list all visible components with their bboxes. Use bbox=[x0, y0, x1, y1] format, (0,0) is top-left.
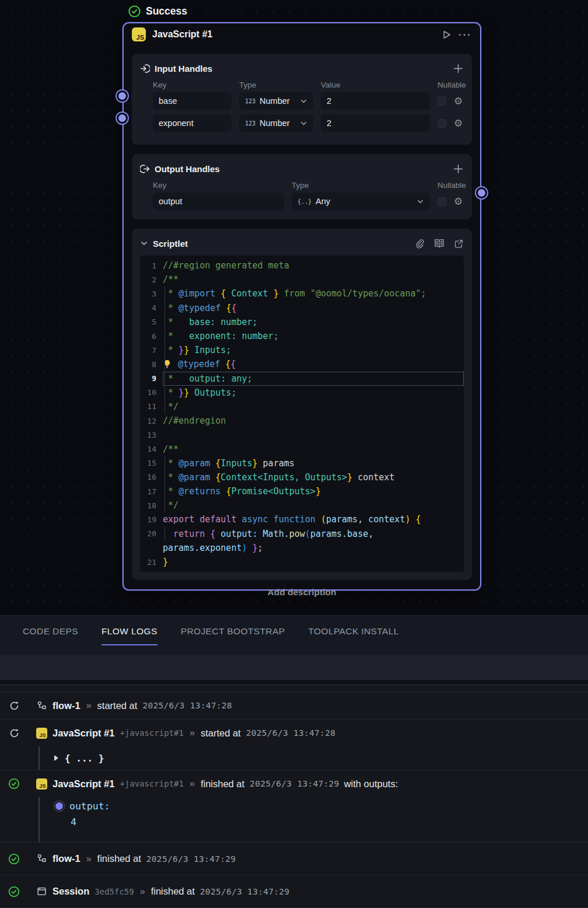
output-port-output[interactable] bbox=[478, 189, 485, 197]
log-title: JavaScript #1 bbox=[52, 778, 114, 790]
key-field[interactable]: output bbox=[153, 193, 284, 210]
log-title: flow-1 bbox=[52, 853, 80, 864]
add-output-handle-button[interactable] bbox=[453, 163, 464, 174]
type-select-value: Number bbox=[260, 118, 296, 128]
column-header: Key bbox=[153, 181, 284, 190]
type-select[interactable]: 123Number bbox=[239, 92, 313, 110]
input-handle-row: exponent123Number2⚙ bbox=[153, 114, 464, 132]
log-event: started at bbox=[201, 728, 241, 739]
log-separator: » bbox=[86, 700, 92, 711]
node-card-javascript-1[interactable]: JS JavaScript #1 ··· Input Handles bbox=[123, 22, 481, 591]
open-external-button[interactable] bbox=[454, 239, 464, 249]
line-number: 7 bbox=[140, 346, 156, 355]
column-header: Value bbox=[321, 81, 430, 89]
type-select[interactable]: {..}Any bbox=[292, 193, 430, 210]
line-number: 3 bbox=[140, 289, 156, 298]
line-number: 21 bbox=[140, 558, 156, 567]
open-docs-button[interactable] bbox=[434, 238, 444, 249]
javascript-node-icon: JS bbox=[36, 728, 47, 739]
output-handle-row: output{..}Any⚙ bbox=[153, 193, 464, 210]
input-handles-section: Input Handles KeyTypeValueNullable base1… bbox=[132, 54, 472, 145]
nullable-checkbox[interactable] bbox=[438, 197, 446, 206]
log-expandable[interactable]: { ... } bbox=[54, 746, 588, 770]
code-line: 10 * }} Outputs; bbox=[140, 386, 464, 400]
handle-settings-gear-icon[interactable]: ⚙ bbox=[454, 197, 463, 207]
code-editor[interactable]: 1//#region generated meta2/**3 * @import… bbox=[140, 256, 464, 572]
line-number: 1 bbox=[140, 261, 156, 270]
javascript-node-icon: JS bbox=[36, 778, 47, 790]
key-field[interactable]: exponent bbox=[153, 114, 232, 132]
value-field[interactable]: 2 bbox=[321, 92, 430, 110]
type-glyph-icon: {..} bbox=[298, 198, 312, 205]
log-row-main: JSJavaScript #1+javascript#1»started at2… bbox=[0, 720, 588, 746]
code-line: 8@typedef {{ bbox=[140, 357, 464, 371]
log-event: finished at bbox=[151, 886, 195, 897]
code-line: 4 * @typedef {{ bbox=[140, 301, 464, 315]
type-select[interactable]: 123Number bbox=[239, 114, 313, 132]
collapse-chevron-icon[interactable] bbox=[140, 239, 148, 247]
output-handles-section: Output Handles KeyTypeNullable output{..… bbox=[132, 154, 472, 219]
log-output-value-line: 4 bbox=[54, 815, 588, 830]
add-description-button[interactable]: Add description bbox=[123, 587, 481, 598]
log-row: JSJavaScript #1+javascript#1»finished at… bbox=[0, 770, 588, 843]
tab-flow-logs[interactable]: FLOW LOGS bbox=[102, 626, 158, 645]
log-separator: » bbox=[190, 778, 195, 789]
more-options-icon[interactable]: ··· bbox=[459, 30, 472, 40]
session-icon bbox=[36, 886, 47, 896]
input-port-exponent[interactable] bbox=[118, 114, 126, 122]
log-node-id: 3ed5fc59 bbox=[94, 887, 134, 896]
tab-project-bootstrap[interactable]: PROJECT BOOTSTRAP bbox=[181, 626, 285, 644]
nullable-cell: ⚙ bbox=[438, 96, 464, 106]
handle-settings-gear-icon[interactable]: ⚙ bbox=[454, 96, 463, 106]
code-line: 13 bbox=[140, 428, 464, 442]
log-timestamp: 2025/6/3 13:47:29 bbox=[146, 854, 236, 864]
code-line: 15 * @param {Inputs} params bbox=[140, 456, 464, 470]
input-handles-title: Input Handles bbox=[155, 64, 448, 74]
log-node-id: +javascript#1 bbox=[120, 728, 184, 738]
line-number: 11 bbox=[140, 402, 156, 411]
log-node-id: +javascript#1 bbox=[120, 779, 184, 788]
log-event: finished at bbox=[201, 778, 244, 790]
log-separator: » bbox=[86, 854, 92, 864]
success-check-icon bbox=[8, 853, 20, 865]
line-number: 15 bbox=[140, 459, 156, 467]
output-handles-column-headers: KeyTypeNullable bbox=[153, 177, 464, 193]
type-select-value: Number bbox=[260, 96, 296, 106]
paperclip-icon bbox=[415, 239, 425, 249]
nullable-checkbox[interactable] bbox=[438, 119, 446, 128]
log-expand-preview: { ... } bbox=[65, 753, 104, 764]
column-header: Key bbox=[153, 81, 232, 89]
add-input-handle-button[interactable] bbox=[453, 63, 464, 74]
logs-gap bbox=[0, 680, 588, 685]
tab-toolpack-install[interactable]: TOOLPACK INSTALL bbox=[308, 626, 398, 644]
line-number: 6 bbox=[140, 332, 156, 341]
log-row-main: flow-1»started at2025/6/3 13:47:28 bbox=[0, 692, 588, 719]
line-number: 18 bbox=[140, 501, 156, 510]
attach-file-button[interactable] bbox=[415, 239, 425, 249]
success-check-icon bbox=[8, 886, 20, 897]
value-field[interactable]: 2 bbox=[321, 114, 430, 132]
node-title: JavaScript #1 bbox=[152, 29, 435, 40]
code-line: 20 return { output: Math.pow(params.base… bbox=[140, 527, 464, 541]
log-separator: » bbox=[190, 728, 195, 738]
expander-triangle-icon bbox=[54, 755, 58, 761]
code-line: 6 * exponent: number; bbox=[140, 329, 464, 343]
nullable-checkbox[interactable] bbox=[438, 97, 446, 106]
running-spinner-icon bbox=[8, 728, 20, 738]
line-number: 4 bbox=[140, 303, 156, 312]
input-port-base[interactable] bbox=[118, 92, 126, 100]
run-node-button[interactable] bbox=[441, 29, 452, 40]
flow-icon bbox=[36, 701, 47, 711]
log-row: flow-1»finished at2025/6/3 13:47:29 bbox=[0, 843, 588, 875]
tab-code-deps[interactable]: CODE DEPS bbox=[23, 626, 78, 644]
code-line: 16 * @param {Context<Inputs, Outputs>} c… bbox=[140, 470, 464, 484]
key-field[interactable]: base bbox=[153, 92, 232, 110]
handle-settings-gear-icon[interactable]: ⚙ bbox=[454, 118, 463, 128]
line-number: 2 bbox=[140, 275, 156, 284]
type-glyph-icon: 123 bbox=[245, 120, 256, 127]
quick-fix-lightbulb-icon bbox=[163, 359, 173, 369]
javascript-node-icon: JS bbox=[132, 27, 146, 41]
logs-toolbar-band bbox=[0, 655, 588, 680]
log-suffix: with outputs: bbox=[344, 778, 398, 790]
log-row-main: JSJavaScript #1+javascript#1»finished at… bbox=[0, 770, 588, 797]
